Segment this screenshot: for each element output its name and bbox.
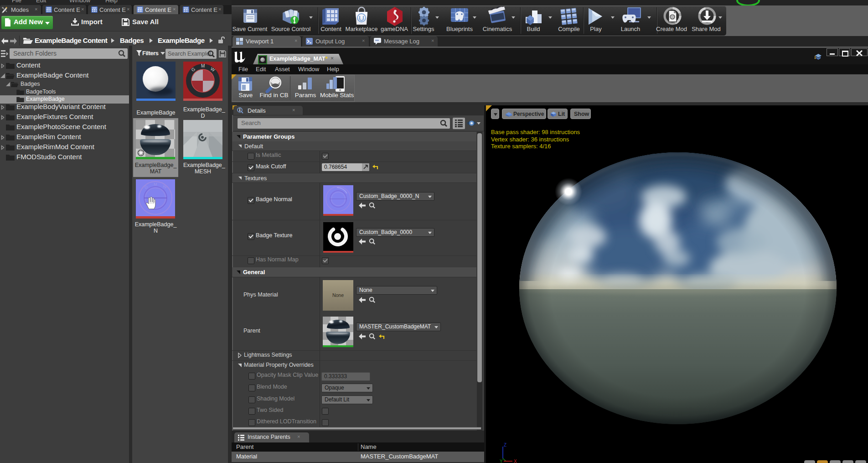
svg-text:X: X (514, 459, 517, 463)
svg-text:Y: Y (500, 459, 503, 463)
svg-text:M: M (201, 63, 205, 68)
svg-text:Z: Z (504, 442, 506, 447)
svg-text:M: M (154, 182, 157, 187)
